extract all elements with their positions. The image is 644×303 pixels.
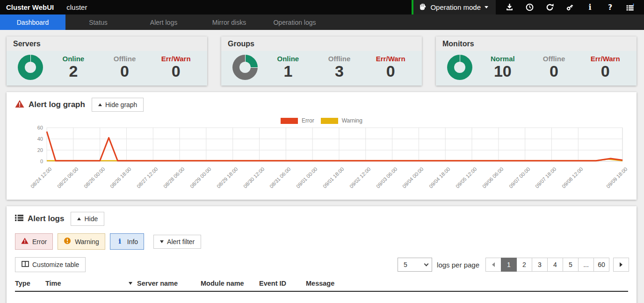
stat-value: 0 <box>99 63 151 80</box>
tab-operation-logs[interactable]: Operation logs <box>262 14 327 30</box>
column-header-module-name[interactable]: Module name <box>201 280 259 287</box>
filter-button-info[interactable]: iInfo <box>110 233 144 250</box>
pagination-page-60[interactable]: 60 <box>593 258 609 272</box>
list-icon <box>15 214 23 224</box>
logs-table-header: TypeTimeServer nameModule nameEvent IDMe… <box>15 280 628 292</box>
log-filter-row: ErrorWarningiInfoAlert filter <box>7 228 637 251</box>
stat-label: Err/Warn <box>150 55 202 63</box>
summary-cards-row: ServersOnline2Offline0Err/Warn0GroupsOnl… <box>7 36 637 86</box>
legend-swatch <box>281 118 298 124</box>
stat-err-warn: Err/Warn0 <box>150 55 202 80</box>
alert-logs-title: Alert logs <box>15 214 64 224</box>
reload-icon[interactable] <box>540 0 560 14</box>
summary-card-groups: GroupsOnline1Offline3Err/Warn0 <box>221 36 422 86</box>
language-list-icon[interactable]: i <box>620 0 640 14</box>
column-header-time[interactable]: Time <box>45 280 137 287</box>
app-title: Cluster WebUI <box>0 0 54 14</box>
stat-label: Online <box>48 55 99 63</box>
logs-per-page-select-wrap: 5 <box>398 258 432 272</box>
arrow-right-icon <box>620 262 622 267</box>
column-header-message[interactable]: Message <box>306 280 628 287</box>
column-header-type[interactable]: Type <box>15 280 45 287</box>
stat-value: 0 <box>365 63 416 80</box>
alert-filter-button[interactable]: Alert filter <box>153 235 201 249</box>
svg-text:i: i <box>588 3 591 11</box>
alert-log-graph-title: Alert log graph <box>15 100 85 110</box>
pagination-page-4[interactable]: 4 <box>547 258 563 272</box>
tab-mirror-disks[interactable]: Mirror disks <box>196 14 262 30</box>
download-icon[interactable] <box>499 0 520 14</box>
stat-label: Online <box>262 55 314 63</box>
stat-label: Normal <box>477 55 528 63</box>
top-bar-right: Operation mode i?i <box>412 0 644 14</box>
chevron-down-icon <box>485 6 488 8</box>
alert-log-graph-section: Alert log graph Hide graph ErrorWarning … <box>7 92 637 200</box>
svg-text:i: i <box>633 3 634 7</box>
pagination-next-button[interactable] <box>613 258 629 272</box>
logs-toolbar-row: Customize table 5 logs per page 12345...… <box>7 251 637 272</box>
help-icon[interactable]: ? <box>600 0 620 14</box>
pagination: 12345...60 <box>486 258 629 272</box>
info-icon: i <box>116 237 123 246</box>
time-info-icon[interactable] <box>520 0 540 14</box>
license-key-icon[interactable] <box>560 0 580 14</box>
stat-value: 2 <box>48 63 99 80</box>
chart-legend: ErrorWarning <box>7 117 637 124</box>
summary-card-monitors: MonitorsNormal10Offline0Err/Warn0 <box>436 36 637 86</box>
stat-offline: Offline0 <box>99 55 151 80</box>
toolbar-icons: i?i <box>496 0 644 14</box>
filter-button-error[interactable]: Error <box>15 233 53 250</box>
svg-text:i: i <box>118 237 121 245</box>
info-icon[interactable]: i <box>580 0 600 14</box>
stat-label: Err/Warn <box>579 55 631 63</box>
legend-swatch <box>321 118 338 124</box>
hide-graph-button[interactable]: Hide graph <box>92 98 144 112</box>
collapse-icon <box>98 103 102 106</box>
pagination-page-2[interactable]: 2 <box>516 258 532 272</box>
filter-button-warning[interactable]: Warning <box>58 233 105 250</box>
stat-label: Offline <box>528 55 580 63</box>
hand-icon <box>419 3 427 12</box>
pagination-page-3[interactable]: 3 <box>532 258 548 272</box>
tab-dashboard[interactable]: Dashboard <box>0 14 65 30</box>
column-header-server-name[interactable]: Server name <box>137 280 201 287</box>
hide-logs-button[interactable]: Hide <box>71 212 104 226</box>
legend-item-error: Error <box>281 117 314 124</box>
operation-mode-label: Operation mode <box>430 3 481 11</box>
stat-value: 0 <box>528 63 580 80</box>
table-columns-icon <box>22 260 29 269</box>
stat-value: 0 <box>150 63 202 80</box>
column-header-event-id[interactable]: Event ID <box>259 280 306 287</box>
collapse-icon <box>77 217 81 220</box>
stat-value: 1 <box>262 63 314 80</box>
legend-item-warning: Warning <box>321 117 362 124</box>
stat-normal: Normal10 <box>477 55 528 80</box>
logs-per-page-select[interactable]: 5 <box>398 258 432 272</box>
stat-label: Err/Warn <box>365 55 416 63</box>
customize-table-button[interactable]: Customize table <box>15 257 86 272</box>
tab-alert-logs[interactable]: Alert logs <box>131 14 196 30</box>
stat-err-warn: Err/Warn0 <box>365 55 416 80</box>
stat-offline: Offline0 <box>528 55 580 80</box>
legend-label: Error <box>302 117 314 124</box>
pagination-prev-button[interactable] <box>485 258 501 272</box>
stat-label: Offline <box>314 55 365 63</box>
top-bar: Cluster WebUI cluster Operation mode i?i <box>0 0 644 14</box>
card-title: Servers <box>7 36 207 51</box>
status-donut-chart <box>447 55 472 80</box>
tab-status[interactable]: Status <box>65 14 131 30</box>
y-axis-tick: 60 <box>25 125 43 130</box>
pagination-page-5[interactable]: 5 <box>563 258 579 272</box>
operation-mode-dropdown[interactable]: Operation mode <box>412 0 496 14</box>
pagination-ellipsis[interactable]: ... <box>578 258 594 272</box>
card-title: Groups <box>221 36 422 51</box>
pagination-page-1[interactable]: 1 <box>501 258 517 272</box>
legend-label: Warning <box>342 117 362 124</box>
stat-err-warn: Err/Warn0 <box>579 55 631 80</box>
chart-canvas <box>16 126 626 201</box>
stat-offline: Offline3 <box>314 55 365 80</box>
chevron-down-icon <box>160 240 164 243</box>
tab-bar: DashboardStatusAlert logsMirror disksOpe… <box>0 14 644 30</box>
stat-value: 10 <box>477 63 528 80</box>
logs-per-page-label: logs per page <box>437 261 479 269</box>
